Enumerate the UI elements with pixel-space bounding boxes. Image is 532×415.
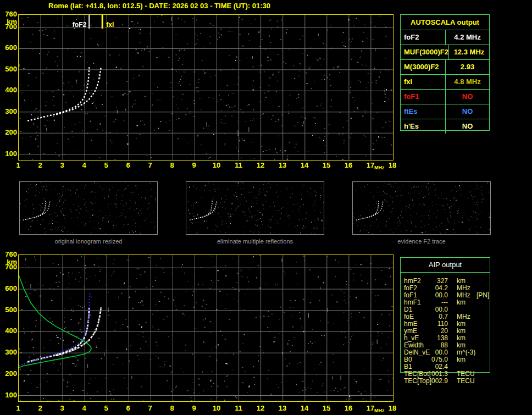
noise-dot <box>297 122 298 123</box>
thumbnail-caption-reflections: eliminate multiple reflections <box>186 238 324 245</box>
noise-dot <box>197 40 198 40</box>
noise-dot <box>150 310 151 311</box>
fxi-marker-label: fxI <box>106 21 114 29</box>
noise-dot <box>455 198 455 198</box>
noise-dot <box>215 75 216 76</box>
noise-dot <box>355 264 356 264</box>
noise-dot <box>374 198 374 199</box>
noise-dot <box>136 208 137 209</box>
noise-dot <box>42 30 43 31</box>
noise-dot <box>52 284 52 285</box>
noise-dot <box>205 308 206 309</box>
noise-dot <box>148 198 148 199</box>
noise-dot <box>58 203 58 203</box>
noise-dot <box>445 213 445 213</box>
noise-dot <box>348 75 348 75</box>
noise-streak <box>287 343 288 345</box>
noise-dot <box>183 313 184 313</box>
x-axis-tick-18: 18 <box>385 404 400 412</box>
noise-dot <box>300 214 300 214</box>
noise-dot <box>363 368 363 369</box>
noise-dot <box>389 121 390 122</box>
noise-dot <box>286 159 287 159</box>
noise-dot <box>63 202 64 203</box>
noise-dot <box>396 228 396 229</box>
noise-dot <box>147 155 148 156</box>
noise-dot <box>25 206 26 206</box>
noise-dot <box>209 43 210 43</box>
noise-dot <box>62 205 62 206</box>
noise-dot <box>49 223 50 224</box>
noise-dot <box>384 192 385 193</box>
noise-dot <box>422 206 423 206</box>
noise-streak <box>48 400 48 401</box>
noise-dot <box>24 68 25 69</box>
noise-dot <box>140 348 141 349</box>
noise-dot <box>253 187 254 188</box>
noise-dot <box>284 312 285 313</box>
noise-dot <box>237 121 238 121</box>
noise-dot <box>394 186 394 187</box>
noise-dot <box>442 191 443 191</box>
noise-dot <box>115 323 117 323</box>
noise-dot <box>378 295 379 296</box>
noise-dot <box>379 16 380 16</box>
noise-dot <box>58 222 58 223</box>
noise-dot <box>353 186 353 186</box>
noise-dot <box>235 397 236 397</box>
noise-dot <box>89 109 90 109</box>
noise-dot <box>217 101 218 102</box>
noise-dot <box>41 190 42 190</box>
noise-dot <box>109 215 109 216</box>
noise-dot <box>240 182 241 182</box>
noise-dot <box>26 191 27 192</box>
x-axis-tick-6: 6 <box>121 404 135 412</box>
noise-dot <box>214 267 215 267</box>
noise-dot <box>218 344 219 345</box>
noise-dot <box>55 228 56 229</box>
noise-dot <box>280 213 280 214</box>
noise-dot <box>43 34 45 35</box>
noise-dot <box>73 96 74 96</box>
noise-dot <box>357 107 358 108</box>
noise-dot <box>228 95 229 96</box>
noise-dot <box>432 182 433 182</box>
noise-dot <box>76 365 77 366</box>
noise-dot <box>129 361 130 361</box>
noise-dot <box>208 211 208 212</box>
noise-dot <box>43 223 43 223</box>
noise-dot <box>321 80 322 80</box>
noise-dot <box>218 346 219 346</box>
noise-dot <box>99 157 100 158</box>
noise-dot <box>267 218 268 218</box>
noise-dot <box>320 200 321 200</box>
noise-dot <box>57 205 57 206</box>
noise-dot <box>285 273 285 274</box>
noise-dot <box>444 209 445 209</box>
noise-dot <box>258 211 258 212</box>
noise-dot <box>318 219 319 220</box>
noise-dot <box>137 355 138 356</box>
noise-dot <box>140 32 141 34</box>
noise-dot <box>389 184 390 185</box>
x-axis-tick-7: 7 <box>143 161 157 169</box>
noise-dot <box>49 52 49 53</box>
noise-dot <box>365 65 367 65</box>
noise-dot <box>230 216 231 217</box>
noise-dot <box>199 190 200 191</box>
aip-row-tec-top: TEC[Top]002.9TECU <box>401 378 494 385</box>
noise-dot <box>248 34 248 35</box>
noise-dot <box>439 225 440 226</box>
noise-dot <box>47 217 47 217</box>
noise-dot <box>42 203 43 204</box>
noise-dot <box>93 101 93 101</box>
noise-dot <box>391 90 392 91</box>
noise-dot <box>90 121 91 122</box>
noise-dot <box>124 224 124 225</box>
noise-dot <box>383 207 383 207</box>
noise-dot <box>206 72 207 73</box>
noise-dot <box>406 209 406 209</box>
noise-dot <box>259 256 261 256</box>
noise-dot <box>266 208 267 208</box>
noise-dot <box>149 208 149 208</box>
